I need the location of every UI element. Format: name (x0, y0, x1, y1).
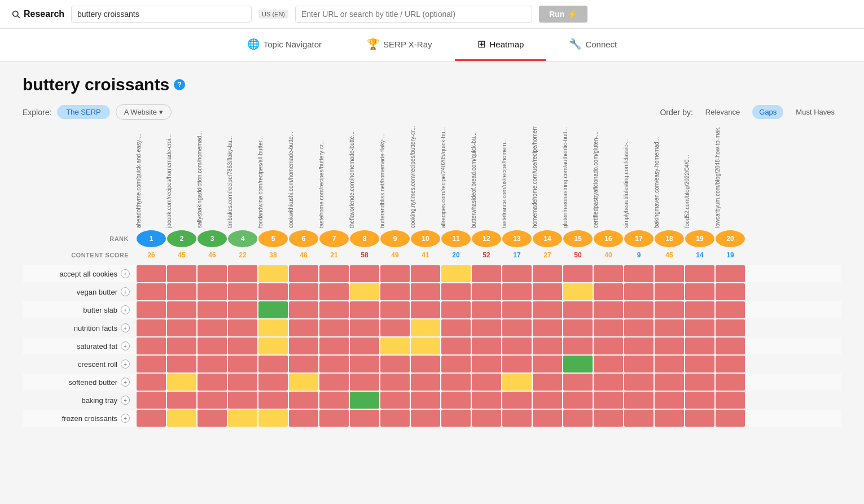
heat-cell[interactable] (624, 265, 654, 282)
rank-bubble[interactable]: 2 (167, 230, 196, 247)
heat-cell[interactable] (167, 374, 196, 391)
heat-cell[interactable] (380, 374, 410, 391)
heat-cell[interactable] (289, 283, 318, 300)
heat-cell[interactable] (563, 410, 593, 427)
heat-cell[interactable] (319, 301, 349, 318)
heat-cell[interactable] (624, 283, 654, 300)
heat-cell[interactable] (167, 338, 196, 354)
heat-cell[interactable] (716, 265, 745, 282)
heat-cell[interactable] (289, 374, 318, 391)
heat-cell[interactable] (167, 319, 196, 336)
rank-bubble[interactable]: 1 (137, 230, 166, 247)
heat-cell[interactable] (441, 319, 471, 336)
tab-heatmap[interactable]: ⊞ Heatmap (455, 29, 547, 61)
heat-cell[interactable] (441, 301, 471, 318)
heat-cell[interactable] (350, 410, 379, 427)
heat-cell[interactable] (563, 283, 593, 300)
heat-cell[interactable] (624, 319, 654, 336)
heat-cell[interactable] (655, 319, 684, 336)
heat-cell[interactable] (655, 265, 684, 282)
heat-cell[interactable] (594, 338, 623, 354)
heat-cell[interactable] (137, 301, 166, 318)
heat-cell[interactable] (624, 392, 654, 409)
heat-cell[interactable] (655, 374, 684, 391)
order-gaps-button[interactable]: Gaps (752, 105, 783, 119)
heat-cell[interactable] (258, 283, 288, 300)
heat-cell[interactable] (472, 265, 501, 282)
heat-cell[interactable] (228, 301, 257, 318)
heat-cell[interactable] (198, 265, 227, 282)
topic-expand-button[interactable]: + (121, 341, 130, 350)
heat-cell[interactable] (167, 283, 196, 300)
heat-cell[interactable] (289, 356, 318, 372)
heat-cell[interactable] (441, 392, 471, 409)
heat-cell[interactable] (289, 392, 318, 409)
heat-cell[interactable] (685, 265, 714, 282)
heat-cell[interactable] (472, 301, 501, 318)
heat-cell[interactable] (594, 283, 623, 300)
heat-cell[interactable] (198, 410, 227, 427)
heat-cell[interactable] (441, 410, 471, 427)
heat-cell[interactable] (289, 410, 318, 427)
heat-cell[interactable] (380, 392, 410, 409)
heat-cell[interactable] (655, 338, 684, 354)
heat-cell[interactable] (533, 374, 562, 391)
heat-cell[interactable] (228, 283, 257, 300)
heat-cell[interactable] (167, 392, 196, 409)
heat-cell[interactable] (258, 374, 288, 391)
heat-cell[interactable] (350, 392, 379, 409)
heat-cell[interactable] (350, 319, 379, 336)
heat-cell[interactable] (380, 265, 410, 282)
rank-bubble[interactable]: 5 (258, 230, 288, 247)
heat-cell[interactable] (624, 356, 654, 372)
heat-cell[interactable] (685, 356, 714, 372)
heat-cell[interactable] (441, 283, 471, 300)
heat-cell[interactable] (319, 410, 349, 427)
rank-bubble[interactable]: 17 (624, 230, 654, 247)
heat-cell[interactable] (685, 374, 714, 391)
heat-cell[interactable] (319, 356, 349, 372)
heat-cell[interactable] (441, 374, 471, 391)
heat-cell[interactable] (350, 283, 379, 300)
heat-cell[interactable] (563, 338, 593, 354)
heat-cell[interactable] (411, 283, 440, 300)
heat-cell[interactable] (167, 265, 196, 282)
rank-bubble[interactable]: 12 (472, 230, 501, 247)
heat-cell[interactable] (289, 265, 318, 282)
heat-cell[interactable] (411, 338, 440, 354)
heat-cell[interactable] (137, 338, 166, 354)
heat-cell[interactable] (198, 283, 227, 300)
heat-cell[interactable] (198, 374, 227, 391)
heat-cell[interactable] (502, 338, 532, 354)
heat-cell[interactable] (502, 283, 532, 300)
rank-bubble[interactable]: 14 (533, 230, 562, 247)
heat-cell[interactable] (533, 283, 562, 300)
heat-cell[interactable] (198, 392, 227, 409)
heat-cell[interactable] (472, 356, 501, 372)
heat-cell[interactable] (319, 319, 349, 336)
heat-cell[interactable] (502, 265, 532, 282)
order-must-haves-button[interactable]: Must Haves (789, 105, 841, 119)
heat-cell[interactable] (716, 319, 745, 336)
heat-cell[interactable] (350, 338, 379, 354)
rank-bubble[interactable]: 3 (198, 230, 227, 247)
heat-cell[interactable] (472, 338, 501, 354)
heat-cell[interactable] (258, 338, 288, 354)
heat-cell[interactable] (289, 319, 318, 336)
topic-expand-button[interactable]: + (121, 396, 130, 405)
heat-cell[interactable] (685, 319, 714, 336)
heat-cell[interactable] (502, 392, 532, 409)
heat-cell[interactable] (655, 392, 684, 409)
heat-cell[interactable] (198, 319, 227, 336)
heat-cell[interactable] (350, 374, 379, 391)
heat-cell[interactable] (380, 283, 410, 300)
heat-cell[interactable] (716, 301, 745, 318)
heat-cell[interactable] (502, 410, 532, 427)
heat-cell[interactable] (258, 301, 288, 318)
heat-cell[interactable] (137, 283, 166, 300)
order-relevance-button[interactable]: Relevance (699, 105, 747, 119)
heat-cell[interactable] (228, 392, 257, 409)
heat-cell[interactable] (655, 410, 684, 427)
heat-cell[interactable] (502, 319, 532, 336)
topic-expand-button[interactable]: + (121, 323, 130, 332)
